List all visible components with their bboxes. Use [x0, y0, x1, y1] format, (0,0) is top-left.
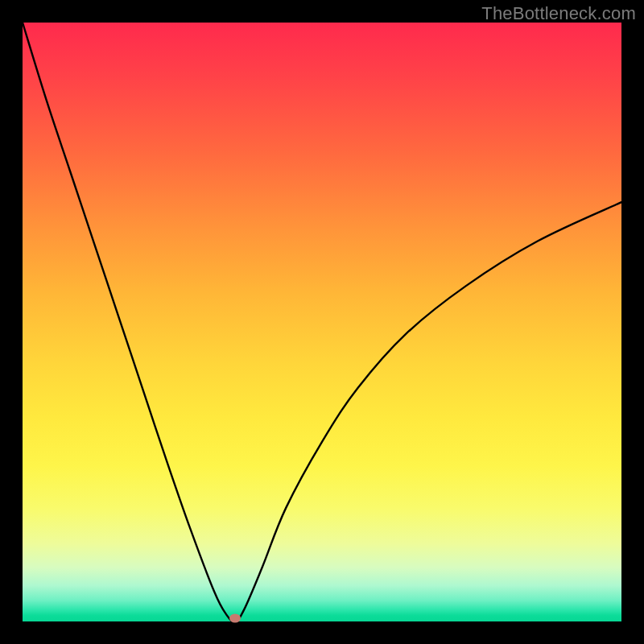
curve-path	[23, 23, 621, 621]
plot-area	[23, 23, 621, 621]
watermark-text: TheBottleneck.com	[481, 3, 636, 24]
chart-frame: TheBottleneck.com	[0, 0, 644, 644]
bottleneck-curve	[23, 23, 621, 621]
minimum-dot	[229, 614, 241, 623]
